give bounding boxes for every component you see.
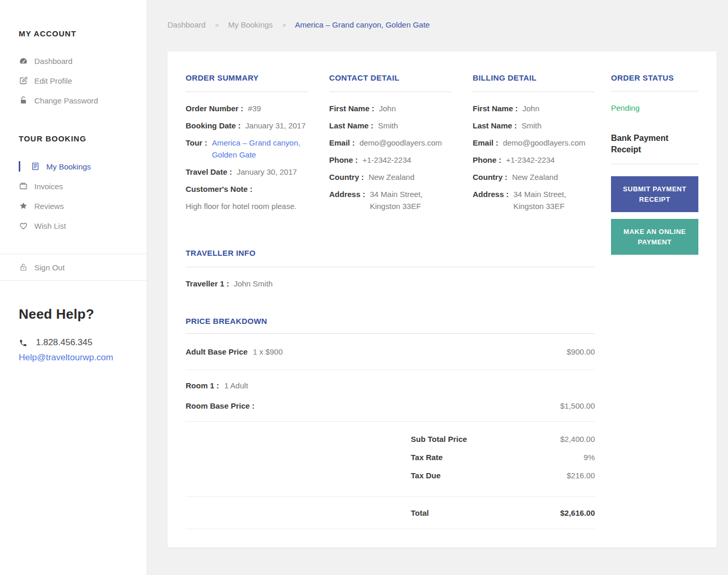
- order-status-section: ORDER STATUS Pending Bank Payment Receip…: [611, 73, 698, 529]
- order-summary-heading: ORDER SUMMARY: [186, 73, 308, 83]
- traveller-name: John Smith: [233, 278, 272, 290]
- breadcrumb-separator-icon: >: [215, 22, 219, 29]
- room-block: Room 1 : 1 Adult Room Base Price : $1,50…: [186, 370, 595, 421]
- price-detail: 1 Adult: [224, 380, 248, 391]
- sidebar-item-label: Change Password: [34, 96, 98, 105]
- contact-first-name-row: First Name : John: [329, 102, 451, 114]
- sidebar-item-label: My Bookings: [46, 162, 91, 171]
- travel-date-value: January 30, 2017: [237, 166, 297, 178]
- field-value: 34 Main Street, Kingston 33EF: [370, 188, 451, 212]
- tour-booking-menu: My Bookings Invoices Reviews Wish List: [0, 156, 147, 236]
- order-number-row: Order Number : #39: [186, 102, 308, 114]
- sidebar-item-reviews[interactable]: Reviews: [0, 196, 147, 216]
- breadcrumb-dashboard[interactable]: Dashboard: [167, 20, 205, 29]
- tax-rate-row: Tax Rate 9%: [411, 451, 595, 463]
- customer-note-text: High floor for hotel room please.: [186, 200, 308, 212]
- divider: [611, 91, 698, 92]
- lock-icon: [19, 96, 28, 105]
- contact-phone-row: Phone : +1-2342-2234: [329, 154, 451, 166]
- make-online-payment-button[interactable]: MAKE AN ONLINE PAYMENT: [611, 219, 698, 255]
- field-value: Smith: [522, 120, 541, 132]
- order-detail-card: ORDER SUMMARY Order Number : #39 Booking…: [167, 51, 717, 547]
- dashboard-gauge-icon: [19, 56, 28, 66]
- active-indicator: [19, 161, 20, 172]
- field-value: demo@goodlayers.com: [359, 137, 442, 149]
- sidebar-item-sign-out[interactable]: Sign Out: [0, 254, 147, 280]
- sidebar-item-wish-list[interactable]: Wish List: [0, 216, 147, 236]
- field-label: Booking Date :: [186, 120, 241, 132]
- billing-address-row: Address : 34 Main Street, Kingston 33EF: [473, 188, 595, 212]
- contact-address-row: Address : 34 Main Street, Kingston 33EF: [329, 188, 451, 212]
- field-value: 34 Main Street, Kingston 33EF: [513, 188, 595, 212]
- booking-date-value: January 31, 2017: [245, 120, 306, 132]
- main-content: Dashboard > My Bookings > America – Gran…: [147, 0, 728, 575]
- contact-detail-section: CONTACT DETAIL First Name : John Last Na…: [329, 73, 451, 217]
- bookings-document-icon: [31, 162, 40, 171]
- field-label: Traveller 1 :: [186, 278, 229, 290]
- need-help-block: Need Help? 1.828.456.345 Help@traveltour…: [19, 305, 147, 363]
- sidebar-section-my-account: MY ACCOUNT: [19, 29, 147, 38]
- summary-amount: $2,400.00: [560, 433, 595, 445]
- total-block: Total $2,616.00: [186, 497, 595, 529]
- price-amount: $900.00: [567, 346, 595, 358]
- sidebar-item-invoices[interactable]: Invoices: [0, 176, 147, 196]
- bank-payment-receipt-heading: Bank Payment Receipt: [611, 133, 698, 155]
- field-value: Smith: [378, 120, 398, 132]
- sidebar-item-label: Sign Out: [34, 263, 64, 272]
- sub-total-row: Sub Total Price $2,400.00: [411, 433, 595, 445]
- breadcrumb-my-bookings[interactable]: My Bookings: [228, 20, 273, 29]
- star-icon: [19, 201, 28, 211]
- field-value: demo@goodlayers.com: [503, 137, 586, 149]
- divider: [329, 92, 451, 92]
- phone-icon: [19, 338, 28, 347]
- help-email-link[interactable]: Help@traveltourwp.com: [19, 352, 147, 363]
- billing-phone-row: Phone : +1-2342-2234: [473, 154, 595, 166]
- contact-email-row: Email : demo@goodlayers.com: [329, 137, 451, 149]
- order-status-heading: ORDER STATUS: [611, 73, 698, 83]
- tour-row: Tour : America – Grand canyon, Golden Ga…: [186, 137, 308, 161]
- edit-pencil-icon: [19, 76, 28, 85]
- total-amount: $2,616.00: [560, 507, 595, 519]
- room-base-price-row: Room Base Price : $1,500.00: [186, 400, 595, 412]
- sidebar-item-dashboard[interactable]: Dashboard: [0, 51, 147, 71]
- help-phone-row: 1.828.456.345: [19, 337, 147, 348]
- traveller-info-heading: TRAVELLER INFO: [186, 249, 595, 258]
- summary-label: Sub Total Price: [411, 433, 467, 445]
- field-value: +1-2342-2234: [506, 154, 555, 166]
- field-label: First Name :: [473, 102, 518, 114]
- price-amount: $1,500.00: [560, 400, 595, 412]
- field-label: Last Name :: [329, 120, 373, 132]
- customer-note-label-row: Customer's Note :: [186, 183, 308, 195]
- field-label: First Name :: [329, 102, 374, 114]
- billing-first-name-row: First Name : John: [473, 102, 595, 114]
- price-label: Room 1 :: [186, 380, 219, 391]
- divider: [473, 92, 595, 92]
- total-row: Total $2,616.00: [411, 507, 595, 519]
- field-label: Country :: [473, 171, 508, 183]
- sidebar-item-label: Edit Profile: [34, 76, 72, 85]
- billing-detail-section: BILLING DETAIL First Name : John Last Na…: [473, 73, 595, 217]
- my-account-menu: Dashboard Edit Profile Change Password: [0, 51, 147, 110]
- field-label: Address :: [473, 188, 509, 200]
- sidebar-item-change-password[interactable]: Change Password: [0, 90, 147, 110]
- sign-out-block: Sign Out: [0, 254, 147, 281]
- travel-date-row: Travel Date : January 30, 2017: [186, 166, 308, 178]
- sidebar-item-label: Dashboard: [34, 57, 72, 66]
- breadcrumb: Dashboard > My Bookings > America – Gran…: [167, 21, 717, 30]
- sidebar-item-edit-profile[interactable]: Edit Profile: [0, 71, 147, 90]
- field-value: John: [523, 102, 540, 114]
- summary-amount: 9%: [583, 451, 595, 463]
- tour-link[interactable]: America – Grand canyon, Golden Gate: [212, 137, 308, 161]
- traveller-info-section: TRAVELLER INFO Traveller 1 : John Smith: [186, 249, 595, 290]
- submit-payment-receipt-button[interactable]: SUBMIT PAYMENT RECEIPT: [611, 176, 698, 212]
- price-detail: 1 x $900: [253, 346, 283, 358]
- field-label: Phone :: [473, 154, 501, 166]
- field-label: Phone :: [329, 154, 358, 166]
- sidebar-item-my-bookings[interactable]: My Bookings: [0, 156, 147, 176]
- divider: [186, 92, 308, 92]
- field-value: +1-2342-2234: [362, 154, 411, 166]
- billing-email-row: Email : demo@goodlayers.com: [473, 137, 595, 149]
- price-label: Room Base Price :: [186, 400, 255, 412]
- field-value: New Zealand: [369, 171, 414, 183]
- divider: [186, 529, 595, 529]
